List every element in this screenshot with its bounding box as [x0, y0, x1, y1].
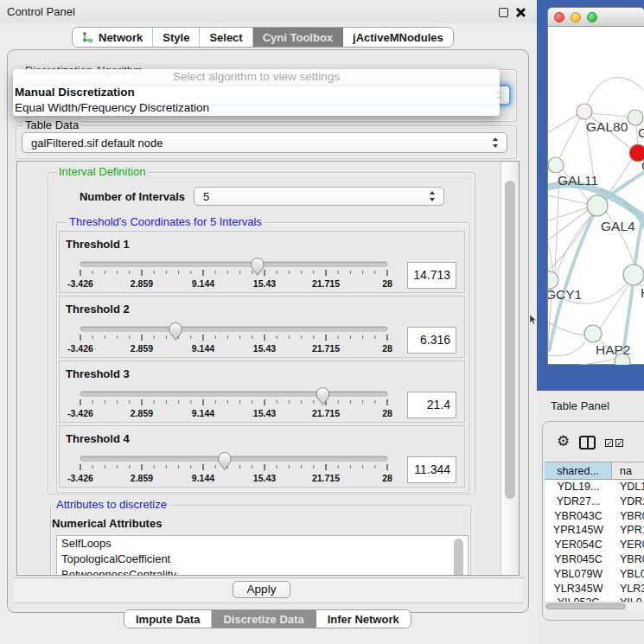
bottom-tab-discretize-data[interactable]: Discretize Data	[212, 610, 316, 628]
threshold-label: Threshold 3	[66, 367, 130, 380]
svg-text:28: 28	[382, 278, 392, 289]
table-row[interactable]: YIL052CYIL0	[545, 596, 644, 602]
table-row[interactable]: YBL079WYBL0	[545, 567, 644, 582]
threshold-value[interactable]: 11.344	[407, 456, 456, 483]
svg-text:21.715: 21.715	[312, 408, 340, 418]
threshold-panel-4: Threshold 4 -3.4262.8599.14415.4321.7152…	[59, 425, 465, 488]
table-hscrollbar-thumb[interactable]	[545, 603, 626, 609]
threshold-panel-2: Threshold 2 -3.4262.8599.14415.4321.7152…	[59, 296, 465, 358]
table-header: shared... na	[545, 462, 644, 480]
table-row[interactable]: YPR145WYPR1	[545, 523, 644, 538]
slider-thumb[interactable]	[316, 388, 328, 405]
tab-select[interactable]: Select	[200, 28, 252, 47]
table-panel: Table Panel ⚙ ✓ ✓ shared... na YDL19...Y…	[537, 391, 644, 644]
slider-thumb[interactable]	[252, 258, 264, 276]
tab-network[interactable]: Network	[73, 28, 153, 47]
table-hscrollbar[interactable]	[545, 602, 644, 610]
table-data-label: Table Data	[22, 118, 81, 131]
apply-button[interactable]: Apply	[233, 581, 290, 598]
minimize-light-icon[interactable]	[571, 12, 581, 22]
threshold-slider[interactable]: -3.4262.8599.14415.4321.71528	[60, 256, 466, 292]
scrollbar-thumb[interactable]	[505, 181, 515, 499]
columns-icon[interactable]	[579, 436, 596, 450]
svg-text:21.715: 21.715	[312, 278, 340, 289]
interval-definition-label: Interval Definition	[56, 165, 148, 178]
svg-text:15.43: 15.43	[253, 473, 276, 483]
checkbox-icon[interactable]: ✓	[605, 439, 613, 447]
bottom-tab-infer-network[interactable]: Infer Network	[316, 610, 411, 628]
checkbox-icon[interactable]: ✓	[615, 439, 623, 447]
algorithm-dropdown-popup: Select algorithm to view settings Manual…	[13, 69, 500, 116]
svg-text:2.859: 2.859	[131, 408, 153, 418]
attribute-item[interactable]: SelfLoops	[57, 536, 468, 552]
threshold-value[interactable]: 14.713	[407, 262, 456, 289]
slider-thumb[interactable]	[169, 323, 182, 341]
attribute-item[interactable]: BetweennessCentrality	[57, 567, 468, 576]
threshold-slider[interactable]: -3.4262.8599.14415.4321.71528	[60, 321, 466, 357]
svg-text:9.144: 9.144	[192, 473, 214, 483]
svg-text:9.144: 9.144	[192, 278, 214, 289]
table-data-combobox[interactable]: galFiltered.sif default node	[22, 132, 507, 153]
close-icon[interactable]	[514, 7, 526, 18]
bottom-tabs: Impute DataDiscretize DataInfer Network	[124, 609, 411, 628]
popup-item-manual[interactable]: Manual Discretization	[13, 85, 500, 100]
table-data-value: galFiltered.sif default node	[31, 137, 163, 150]
float-icon[interactable]	[499, 8, 508, 17]
svg-text:H: H	[641, 285, 644, 300]
attributes-scrollbar[interactable]	[454, 539, 463, 576]
svg-text:HAP2: HAP2	[596, 342, 631, 357]
network-canvas[interactable]: GAL80GACGAL11GAL4GCY1HHAP2	[548, 27, 644, 365]
svg-text:9.144: 9.144	[192, 408, 214, 418]
svg-text:2.859: 2.859	[131, 343, 153, 354]
attribute-item[interactable]: TopologicalCoefficient	[57, 552, 468, 567]
table-row[interactable]: YDL19...YDL1	[545, 480, 644, 494]
table-row[interactable]: YBR045CYBR0	[545, 552, 644, 567]
combo-arrows-icon	[493, 137, 499, 148]
threshold-value[interactable]: 21.4	[407, 392, 456, 418]
table-row[interactable]: YLR345WYLR3	[545, 582, 644, 596]
number-of-intervals-value: 5	[203, 190, 209, 203]
svg-text:-3.426: -3.426	[67, 343, 93, 354]
network-window: GAL80GACGAL11GAL4GCY1HHAP2	[547, 7, 644, 365]
tab-style[interactable]: Style	[153, 28, 200, 47]
settings-scrollpane: Interval Definition Number of Intervals …	[16, 161, 520, 576]
table-row[interactable]: YER054CYER0	[545, 538, 644, 552]
svg-text:GAL80: GAL80	[586, 119, 628, 134]
table-row[interactable]: YDR27...YDR2	[545, 494, 644, 509]
svg-text:28: 28	[382, 473, 392, 483]
bottom-tab-impute-data[interactable]: Impute Data	[124, 610, 212, 628]
node-table: shared... na YDL19...YDL1YDR27...YDR2YBR…	[545, 462, 644, 602]
gear-icon[interactable]: ⚙	[557, 434, 570, 449]
threshold-slider[interactable]: -3.4262.8599.14415.4321.71528	[60, 386, 466, 422]
scrollbar-track[interactable]	[501, 162, 519, 576]
svg-text:28: 28	[382, 408, 392, 418]
network-icon	[82, 31, 93, 43]
popup-prompt[interactable]: Select algorithm to view settings	[13, 69, 500, 85]
svg-text:15.43: 15.43	[253, 343, 276, 354]
threshold-panel-1: Threshold 1 -3.4262.8599.14415.4321.7152…	[59, 231, 465, 293]
numerical-attributes-label: Numerical Attributes	[52, 517, 162, 530]
zoom-light-icon[interactable]	[587, 12, 597, 22]
svg-text:9.144: 9.144	[192, 343, 214, 354]
slider-thumb[interactable]	[219, 453, 231, 470]
svg-text:21.715: 21.715	[312, 473, 340, 483]
svg-text:28: 28	[382, 343, 392, 354]
tab-jactivemnodules[interactable]: jActiveMNodules	[343, 28, 453, 47]
tab-cyni-toolbox[interactable]: Cyni Toolbox	[253, 28, 343, 47]
column-header-name[interactable]: na	[612, 462, 644, 479]
column-header-shared-name[interactable]: shared...	[545, 462, 612, 479]
attributes-group-label: Attributes to discretize	[54, 498, 169, 511]
threshold-panel-3: Threshold 3 -3.4262.8599.14415.4321.7152…	[59, 360, 465, 423]
number-of-intervals-spinner[interactable]: 5	[194, 187, 444, 206]
table-row[interactable]: YBR043CYBR0	[545, 509, 644, 524]
svg-text:GCY1: GCY1	[548, 287, 582, 302]
close-light-icon[interactable]	[554, 12, 564, 22]
svg-text:GA: GA	[638, 125, 644, 140]
thresholds-group-label: Threshold's Coordinates for 5 Intervals	[67, 215, 265, 228]
threshold-slider[interactable]: -3.4262.8599.14415.4321.71528	[60, 450, 466, 487]
table-panel-title: Table Panel	[551, 399, 609, 412]
threshold-value[interactable]: 6.316	[407, 327, 456, 354]
svg-text:15.43: 15.43	[253, 408, 276, 418]
attributes-list[interactable]: SelfLoopsTopologicalCoefficientBetweenne…	[56, 535, 469, 576]
popup-item-equal-width[interactable]: Equal Width/Frequency Discretization	[13, 100, 500, 116]
